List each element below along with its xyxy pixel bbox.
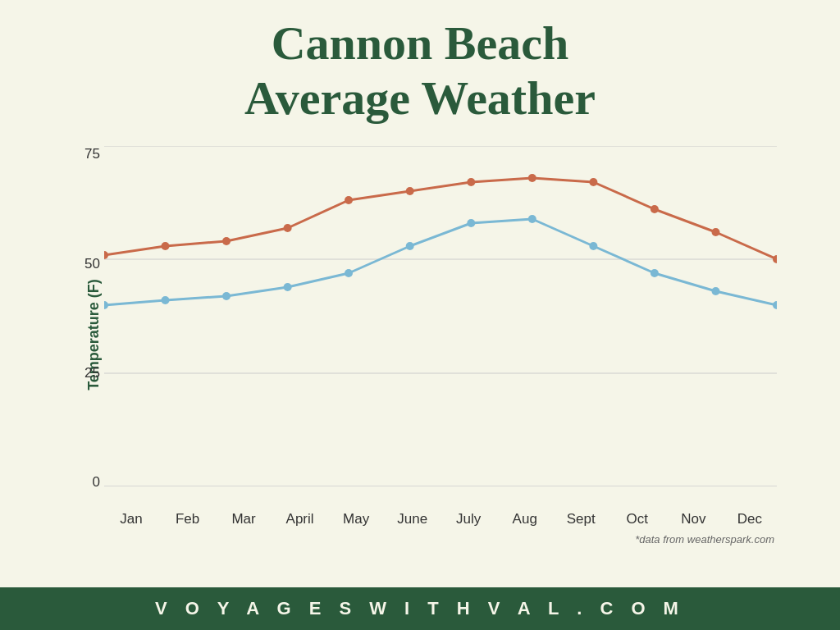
y-label-25: 25 xyxy=(84,365,100,381)
y-label-0: 0 xyxy=(93,474,100,491)
low-dot-mar xyxy=(222,292,231,300)
low-dot-feb xyxy=(162,296,170,304)
high-dot-mar xyxy=(222,237,231,245)
high-temp-line xyxy=(104,178,777,259)
x-label-aug: Aug xyxy=(498,511,552,527)
low-dot-aug xyxy=(528,215,536,223)
x-axis-labels: Jan Feb Mar April May June July Aug Sept… xyxy=(104,511,777,527)
high-dot-sep xyxy=(589,178,597,186)
y-label-50: 50 xyxy=(84,256,100,272)
high-dot-may xyxy=(345,196,353,204)
chart-area: Temperature (F) 75 50 25 0 xyxy=(63,138,777,532)
x-label-dec: Dec xyxy=(723,511,777,527)
high-dot-jun xyxy=(406,187,414,195)
x-label-feb: Feb xyxy=(161,511,215,527)
high-dot-oct xyxy=(651,205,659,213)
low-dot-sep xyxy=(589,242,597,250)
x-label-jan: Jan xyxy=(104,511,158,527)
attribution: *data from weatherspark.com xyxy=(635,533,774,546)
low-dot-dec xyxy=(773,301,777,309)
high-dot-aug xyxy=(528,174,536,182)
low-dot-may xyxy=(345,269,353,277)
y-label-75: 75 xyxy=(84,146,100,162)
low-dot-jan xyxy=(104,301,108,309)
low-temp-line xyxy=(104,219,777,305)
high-dot-apr xyxy=(284,224,292,232)
x-label-oct: Oct xyxy=(610,511,664,527)
low-dot-jul xyxy=(467,219,475,227)
high-dot-jan xyxy=(104,251,108,259)
x-label-nov: Nov xyxy=(666,511,720,527)
main-container: Cannon Beach Average Weather Temperature… xyxy=(0,0,840,630)
high-dot-jul xyxy=(467,178,475,186)
footer-text: V O Y A G E S W I T H V A L . C O M xyxy=(155,598,685,619)
chart-title: Cannon Beach Average Weather xyxy=(244,16,596,126)
high-dot-feb xyxy=(162,242,170,250)
low-dot-jun xyxy=(406,242,414,250)
low-dot-nov xyxy=(712,287,720,295)
x-label-mar: Mar xyxy=(217,511,271,527)
x-label-may: May xyxy=(329,511,383,527)
x-label-sept: Sept xyxy=(554,511,608,527)
chart-svg xyxy=(104,146,777,486)
footer: V O Y A G E S W I T H V A L . C O M xyxy=(0,587,840,630)
low-dot-oct xyxy=(651,269,659,277)
x-label-june: June xyxy=(386,511,440,527)
y-axis-labels: 75 50 25 0 xyxy=(63,146,100,491)
x-label-july: July xyxy=(441,511,495,527)
high-dot-nov xyxy=(712,228,720,236)
low-dot-apr xyxy=(284,283,292,291)
x-label-april: April xyxy=(273,511,327,527)
